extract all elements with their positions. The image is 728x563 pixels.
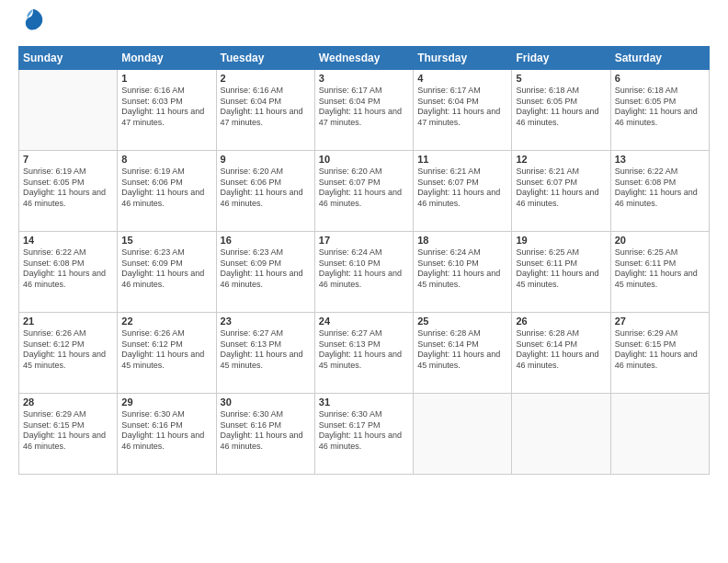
day-number: 23 [221, 316, 311, 327]
cell-info: Sunrise: 6:17 AMSunset: 6:04 PMDaylight:… [319, 86, 409, 129]
table-row: 29Sunrise: 6:30 AMSunset: 6:16 PMDayligh… [118, 394, 216, 475]
cell-info: Sunrise: 6:22 AMSunset: 6:08 PMDaylight:… [615, 167, 705, 210]
cell-info: Sunrise: 6:22 AMSunset: 6:08 PMDaylight:… [23, 247, 113, 291]
table-row: 2Sunrise: 6:16 AMSunset: 6:04 PMDaylight… [216, 70, 314, 151]
cell-info: Sunrise: 6:16 AMSunset: 6:04 PMDaylight:… [221, 86, 311, 129]
col-friday: Friday [512, 47, 610, 70]
table-row: 17Sunrise: 6:24 AMSunset: 6:10 PMDayligh… [314, 232, 413, 313]
table-row [512, 394, 610, 475]
cell-info: Sunrise: 6:28 AMSunset: 6:14 PMDaylight:… [516, 328, 606, 372]
logo-bird-icon [20, 7, 46, 37]
table-row [414, 394, 512, 475]
calendar-week-row: 14Sunrise: 6:22 AMSunset: 6:08 PMDayligh… [19, 232, 710, 313]
day-number: 2 [221, 73, 311, 84]
table-row: 26Sunrise: 6:28 AMSunset: 6:14 PMDayligh… [512, 313, 610, 394]
cell-info: Sunrise: 6:21 AMSunset: 6:07 PMDaylight:… [417, 167, 507, 210]
cell-info: Sunrise: 6:25 AMSunset: 6:11 PMDaylight:… [516, 247, 606, 291]
day-number: 22 [121, 316, 211, 327]
calendar-table: Sunday Monday Tuesday Wednesday Thursday… [18, 46, 710, 475]
day-number: 14 [23, 235, 113, 246]
calendar-week-row: 7Sunrise: 6:19 AMSunset: 6:05 PMDaylight… [19, 151, 710, 232]
table-row: 22Sunrise: 6:26 AMSunset: 6:12 PMDayligh… [118, 313, 216, 394]
table-row: 23Sunrise: 6:27 AMSunset: 6:13 PMDayligh… [216, 313, 314, 394]
day-number: 7 [23, 154, 113, 165]
weekday-header-row: Sunday Monday Tuesday Wednesday Thursday… [19, 47, 710, 70]
table-row: 10Sunrise: 6:20 AMSunset: 6:07 PMDayligh… [314, 151, 413, 232]
cell-info: Sunrise: 6:18 AMSunset: 6:05 PMDaylight:… [516, 86, 606, 129]
header [18, 15, 710, 37]
cell-info: Sunrise: 6:27 AMSunset: 6:13 PMDaylight:… [319, 328, 409, 372]
table-row: 14Sunrise: 6:22 AMSunset: 6:08 PMDayligh… [19, 232, 118, 313]
col-wednesday: Wednesday [314, 47, 413, 70]
cell-info: Sunrise: 6:26 AMSunset: 6:12 PMDaylight:… [23, 328, 113, 372]
logo [18, 15, 46, 37]
table-row: 4Sunrise: 6:17 AMSunset: 6:04 PMDaylight… [414, 70, 512, 151]
day-number: 30 [221, 396, 311, 408]
page: Sunday Monday Tuesday Wednesday Thursday… [0, 0, 728, 563]
table-row: 21Sunrise: 6:26 AMSunset: 6:12 PMDayligh… [19, 313, 118, 394]
table-row: 28Sunrise: 6:29 AMSunset: 6:15 PMDayligh… [19, 394, 118, 475]
table-row: 19Sunrise: 6:25 AMSunset: 6:11 PMDayligh… [512, 232, 610, 313]
col-saturday: Saturday [610, 47, 709, 70]
calendar-week-row: 1Sunrise: 6:16 AMSunset: 6:03 PMDaylight… [19, 70, 710, 151]
cell-info: Sunrise: 6:19 AMSunset: 6:05 PMDaylight:… [23, 167, 113, 210]
day-number: 17 [319, 235, 409, 246]
day-number: 27 [615, 316, 705, 327]
cell-info: Sunrise: 6:26 AMSunset: 6:12 PMDaylight:… [121, 328, 211, 372]
cell-info: Sunrise: 6:18 AMSunset: 6:05 PMDaylight:… [615, 86, 705, 129]
table-row: 3Sunrise: 6:17 AMSunset: 6:04 PMDaylight… [314, 70, 413, 151]
day-number: 15 [121, 235, 211, 246]
table-row: 5Sunrise: 6:18 AMSunset: 6:05 PMDaylight… [512, 70, 610, 151]
calendar-header: Sunday Monday Tuesday Wednesday Thursday… [19, 47, 710, 70]
table-row: 11Sunrise: 6:21 AMSunset: 6:07 PMDayligh… [414, 151, 512, 232]
cell-info: Sunrise: 6:24 AMSunset: 6:10 PMDaylight:… [319, 247, 409, 291]
day-number: 25 [417, 316, 507, 327]
table-row: 27Sunrise: 6:29 AMSunset: 6:15 PMDayligh… [610, 313, 709, 394]
table-row: 12Sunrise: 6:21 AMSunset: 6:07 PMDayligh… [512, 151, 610, 232]
cell-info: Sunrise: 6:19 AMSunset: 6:06 PMDaylight:… [121, 167, 211, 210]
table-row: 9Sunrise: 6:20 AMSunset: 6:06 PMDaylight… [216, 151, 314, 232]
day-number: 21 [23, 316, 113, 327]
day-number: 28 [23, 396, 113, 408]
day-number: 10 [319, 154, 409, 165]
table-row: 16Sunrise: 6:23 AMSunset: 6:09 PMDayligh… [216, 232, 314, 313]
table-row: 30Sunrise: 6:30 AMSunset: 6:16 PMDayligh… [216, 394, 314, 475]
calendar-body: 1Sunrise: 6:16 AMSunset: 6:03 PMDaylight… [19, 70, 710, 475]
day-number: 1 [121, 73, 211, 84]
cell-info: Sunrise: 6:17 AMSunset: 6:04 PMDaylight:… [417, 86, 507, 129]
table-row: 25Sunrise: 6:28 AMSunset: 6:14 PMDayligh… [414, 313, 512, 394]
table-row: 6Sunrise: 6:18 AMSunset: 6:05 PMDaylight… [610, 70, 709, 151]
cell-info: Sunrise: 6:20 AMSunset: 6:06 PMDaylight:… [221, 167, 311, 210]
day-number: 11 [417, 154, 507, 165]
day-number: 16 [221, 235, 311, 246]
cell-info: Sunrise: 6:25 AMSunset: 6:11 PMDaylight:… [615, 247, 705, 291]
day-number: 8 [121, 154, 211, 165]
cell-info: Sunrise: 6:29 AMSunset: 6:15 PMDaylight:… [23, 409, 113, 453]
day-number: 9 [221, 154, 311, 165]
cell-info: Sunrise: 6:28 AMSunset: 6:14 PMDaylight:… [417, 328, 507, 372]
table-row: 1Sunrise: 6:16 AMSunset: 6:03 PMDaylight… [118, 70, 216, 151]
cell-info: Sunrise: 6:21 AMSunset: 6:07 PMDaylight:… [516, 167, 606, 210]
table-row: 15Sunrise: 6:23 AMSunset: 6:09 PMDayligh… [118, 232, 216, 313]
day-number: 29 [121, 396, 211, 408]
day-number: 5 [516, 73, 606, 84]
cell-info: Sunrise: 6:24 AMSunset: 6:10 PMDaylight:… [417, 247, 507, 291]
col-tuesday: Tuesday [216, 47, 314, 70]
day-number: 19 [516, 235, 606, 246]
table-row [19, 70, 118, 151]
day-number: 4 [417, 73, 507, 84]
cell-info: Sunrise: 6:23 AMSunset: 6:09 PMDaylight:… [121, 247, 211, 291]
day-number: 12 [516, 154, 606, 165]
day-number: 3 [319, 73, 409, 84]
cell-info: Sunrise: 6:30 AMSunset: 6:17 PMDaylight:… [319, 409, 409, 453]
table-row: 18Sunrise: 6:24 AMSunset: 6:10 PMDayligh… [414, 232, 512, 313]
calendar-week-row: 21Sunrise: 6:26 AMSunset: 6:12 PMDayligh… [19, 313, 710, 394]
day-number: 20 [615, 235, 705, 246]
table-row: 8Sunrise: 6:19 AMSunset: 6:06 PMDaylight… [118, 151, 216, 232]
day-number: 18 [417, 235, 507, 246]
table-row: 24Sunrise: 6:27 AMSunset: 6:13 PMDayligh… [314, 313, 413, 394]
day-number: 6 [615, 73, 705, 84]
col-monday: Monday [118, 47, 216, 70]
table-row [610, 394, 709, 475]
day-number: 26 [516, 316, 606, 327]
